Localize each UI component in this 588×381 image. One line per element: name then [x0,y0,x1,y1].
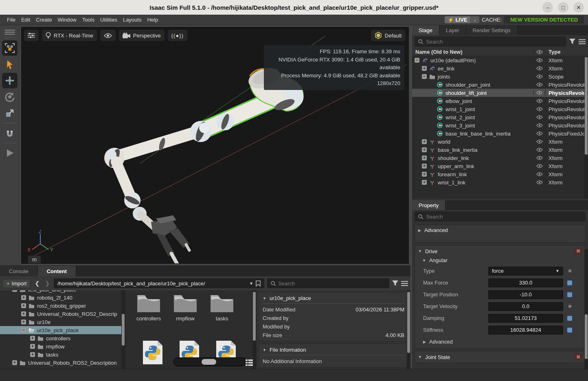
profile-selector[interactable]: Default [371,30,405,41]
grid-folder-rmpflow[interactable]: rmpflow [168,293,203,322]
expand-box-icon[interactable]: + [422,139,427,144]
tab-content[interactable]: Content [38,266,76,276]
menu-utilities[interactable]: Utilities [97,17,120,23]
stage-row-ee-link[interactable]: +ee_linkXform [412,64,588,72]
visibility-eye-icon[interactable] [533,115,545,119]
expand-box-icon[interactable]: + [30,336,35,341]
value-input[interactable]: 0.0 [488,302,563,311]
stage-row-wrist-3-joint[interactable]: wrist_3_jointPhysicsRevolute [412,121,588,129]
expand-box-icon[interactable]: + [422,155,427,160]
live-button[interactable]: ⚡ LIVE [445,16,471,23]
move-tool[interactable] [2,73,18,88]
stage-row-wrist-2-joint[interactable]: wrist_2_jointPhysicsRevolute [412,113,588,121]
collapse-box-icon[interactable]: − [12,290,17,292]
type-column-header[interactable]: Type [545,49,588,55]
cursor-tool[interactable] [2,57,18,72]
visibility-eye-icon[interactable] [533,66,545,70]
visibility-eye-icon[interactable] [533,107,545,111]
file-grid-scrollbar[interactable] [252,290,256,369]
checked-box-icon[interactable] [567,328,572,333]
expand-box-icon[interactable]: + [21,295,26,300]
checked-box-icon[interactable] [567,316,572,321]
menu-edit[interactable]: Edit [18,17,33,23]
stage-row-shoulder-lift-joint[interactable]: shoulder_lift_jointPhysicsRevolute [412,89,588,97]
stage-row-base-link-inertia[interactable]: +base_link_inertiaXform [412,146,588,154]
grid-folder-tasks[interactable]: tasks [204,293,239,322]
toolbar-grip[interactable] [4,27,15,38]
visibility-eye-icon[interactable] [533,58,545,62]
path-bar[interactable]: /home/hijikata/Desktop/test_pick_and_pla… [54,278,264,288]
stage-scrollbar[interactable] [584,56,588,199]
close-button[interactable]: ✕ [573,2,584,13]
visibility-eye-icon[interactable] [533,99,545,103]
minimize-button[interactable]: – [542,2,553,13]
info-panel-scrollbar[interactable] [407,290,410,369]
menu-help[interactable]: Help [144,17,161,23]
grid-python-file[interactable] [135,340,170,365]
expand-box-icon[interactable]: + [422,164,427,169]
angular-header[interactable]: ▼ Angular [418,255,582,265]
viewport-3d[interactable]: RTX - Real-Time [21,27,409,264]
value-input[interactable]: -10.0 [488,290,563,299]
expand-box-icon[interactable]: + [21,303,26,308]
grid-folder-controllers[interactable]: controllers [131,293,166,322]
value-input[interactable]: 51.02173 [488,314,563,323]
stage-search-input[interactable] [426,39,562,45]
collapse-box-icon[interactable]: − [422,74,427,79]
stage-row-joints[interactable]: −jointsScope [412,72,588,81]
renderer-selector[interactable]: RTX - Real-Time [42,30,97,41]
property-search-input[interactable] [426,214,582,220]
visibility-eye-icon[interactable] [533,156,545,160]
visibility-eye-icon[interactable] [533,131,545,136]
menu-window[interactable]: Window [55,17,79,23]
filter-icon[interactable] [392,280,398,286]
visibility-eye-icon[interactable] [533,91,545,95]
back-button[interactable]: ❮ [33,280,41,287]
viewport-settings-button[interactable] [24,30,39,41]
file-information-header[interactable]: ▼ File Information [263,346,404,354]
stage-row-forearm-link[interactable]: +forearm_linkXform [412,170,588,178]
collapse-box-icon[interactable]: − [415,58,419,63]
file-tree-row-test-pick-and-place[interactable]: −test_pick_and_place [0,290,125,293]
path-dropdown-icon[interactable]: ▼ [249,281,253,286]
tab-property[interactable]: Property [412,200,445,210]
options-menu-icon[interactable] [579,39,586,44]
type-dropdown[interactable]: force▼ [488,267,563,276]
stage-row-wrist-1-link[interactable]: +wrist_1_linkXform [412,178,588,186]
options-menu-icon[interactable] [401,281,408,286]
tab-render-settings[interactable]: Render Settings [466,25,518,35]
advanced-top-header[interactable]: ▶ Advanced [418,227,582,233]
stage-row-ur10e-defaultprim-[interactable]: −ur10e (defaultPrim)Xform [412,56,588,64]
file-tree-row-robotiq-2f-140[interactable]: +robotiq_2f_140 [0,293,125,302]
stage-row-shoulder-pan-joint[interactable]: shoulder_pan_jointPhysicsRevolute [412,81,588,89]
file-tree-row-rmpflow[interactable]: +rmpflow [0,342,125,350]
file-tree-row-ur10e[interactable]: +ur10e [0,318,125,326]
tab-stage[interactable]: Stage [412,25,439,35]
file-tree-row-ur10e-pick-place[interactable]: −ur10e_pick_place [0,326,125,334]
checked-box-icon[interactable] [567,280,572,285]
stage-search[interactable] [415,37,566,46]
filter-icon[interactable] [569,39,575,44]
content-search-input[interactable] [278,280,386,287]
play-tool[interactable] [2,145,18,161]
joint-state-header[interactable]: ▼ Joint State ✖ [418,353,582,361]
menu-tools[interactable]: Tools [79,17,97,23]
unchecked-box-icon[interactable] [568,269,571,272]
collapse-box-icon[interactable]: − [21,328,26,333]
tab-layer[interactable]: Layer [439,25,466,35]
property-search[interactable] [415,212,586,221]
visibility-eye-icon[interactable] [533,123,545,127]
stage-row-wrist-1-joint[interactable]: wrist_1_jointPhysicsRevolute [412,105,588,113]
import-button[interactable]: + Import [2,279,31,288]
file-tree-row-controllers[interactable]: +controllers [0,334,125,342]
file-tree-row-tasks[interactable]: +tasks [0,350,125,359]
expand-box-icon[interactable]: + [422,66,427,71]
menu-file[interactable]: File [4,17,18,23]
stage-row-shoulder-link[interactable]: +shoulder_linkXform [412,154,588,162]
unit-chip[interactable]: m [28,256,41,263]
checked-box-icon[interactable] [567,292,572,297]
remove-drive-button[interactable]: ✖ [575,247,582,255]
expand-box-icon[interactable]: + [21,311,26,316]
visibility-eye-icon[interactable] [533,172,545,176]
visibility-eye-icon[interactable] [533,83,545,87]
